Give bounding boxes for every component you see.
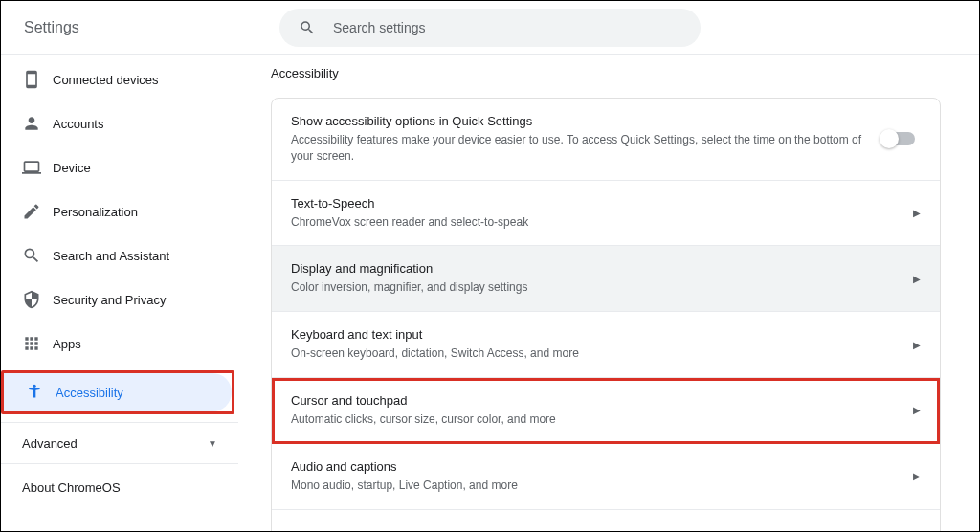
row-title: Cursor and touchpad [291,393,894,408]
row-quick-settings: Show accessibility options in Quick Sett… [272,99,940,181]
sidebar-about[interactable]: About ChromeOS [1,464,238,510]
main-content: Accessibility Show accessibility options… [238,55,979,532]
accounts-icon [22,114,53,133]
apps-icon [22,334,53,353]
row-title: Display and magnification [291,261,894,276]
row-title: Text-to-Speech [291,196,894,211]
row-subtitle: ChromeVox screen reader and select-to-sp… [291,214,894,231]
row-subtitle: On-screen keyboard, dictation, Switch Ac… [291,345,894,362]
row-keyboard-text-input[interactable]: Keyboard and text input On-screen keyboa… [272,312,940,378]
settings-card: Show accessibility options in Quick Sett… [271,98,941,532]
shield-icon [22,290,53,309]
sidebar: Connected devices Accounts Device Person… [1,55,238,532]
sidebar-item-device[interactable]: Device [1,148,231,187]
row-audio-captions[interactable]: Audio and captions Mono audio, startup, … [272,444,940,510]
row-cursor-touchpad[interactable]: Cursor and touchpad Automatic clicks, cu… [272,378,940,444]
row-display-magnification[interactable]: Display and magnification Color inversio… [272,246,940,312]
sidebar-item-accounts[interactable]: Accounts [1,104,231,143]
search-input[interactable]: Search settings [279,9,701,47]
row-text-to-speech[interactable]: Text-to-Speech ChromeVox screen reader a… [272,181,940,247]
sidebar-item-security-privacy[interactable]: Security and Privacy [1,280,231,319]
search-placeholder: Search settings [333,20,426,35]
row-subtitle: Accessibility features make your device … [291,132,863,165]
sidebar-item-label: Accessibility [56,386,123,400]
personalization-icon [22,202,53,221]
accessibility-icon [25,383,56,402]
search-assistant-icon [22,246,53,265]
chevron-right-icon: ▶ [913,274,921,284]
chevron-right-icon: ▶ [913,208,921,218]
row-title: Show accessibility options in Quick Sett… [291,114,863,128]
sidebar-item-search-assistant[interactable]: Search and Assistant [1,236,231,275]
sidebar-item-label: Connected devices [53,73,159,87]
sidebar-advanced[interactable]: Advanced ▼ [1,422,238,464]
sidebar-item-connected-devices[interactable]: Connected devices [1,60,231,99]
row-subtitle: Mono audio, startup, Live Caption, and m… [291,477,894,494]
about-label: About ChromeOS [22,480,121,495]
chevron-right-icon: ▶ [913,340,921,350]
sidebar-item-apps[interactable]: Apps [1,324,231,363]
section-title: Accessibility [271,66,941,80]
chevron-right-icon: ▶ [913,471,921,481]
sidebar-item-label: Search and Assistant [53,249,169,263]
sidebar-item-label: Personalization [53,205,138,219]
sidebar-item-label: Apps [53,337,81,351]
sidebar-item-label: Device [53,161,91,175]
row-title: Keyboard and text input [291,327,894,342]
header: Settings Search settings [1,1,979,55]
row-subtitle: Automatic clicks, cursor size, cursor co… [291,411,894,428]
header-title: Settings [24,19,79,36]
svg-point-0 [33,385,35,388]
sidebar-item-label: Accounts [53,117,103,131]
row-webstore[interactable]: Find more accessibility tools in the Chr… [272,510,940,532]
sidebar-item-accessibility[interactable]: Accessibility [4,373,232,411]
sidebar-item-label: Security and Privacy [53,293,167,307]
highlight-accessibility-sidebar: Accessibility [1,370,234,414]
search-icon [299,19,316,36]
sidebar-item-personalization[interactable]: Personalization [1,192,231,231]
connected-devices-icon [22,70,53,89]
advanced-label: Advanced [22,436,78,451]
chevron-right-icon: ▶ [913,405,921,415]
row-subtitle: Color inversion, magnifier, and display … [291,279,894,296]
chevron-down-icon: ▼ [208,438,217,449]
device-icon [22,158,53,177]
quick-settings-toggle[interactable] [882,132,915,145]
row-title: Audio and captions [291,459,894,474]
